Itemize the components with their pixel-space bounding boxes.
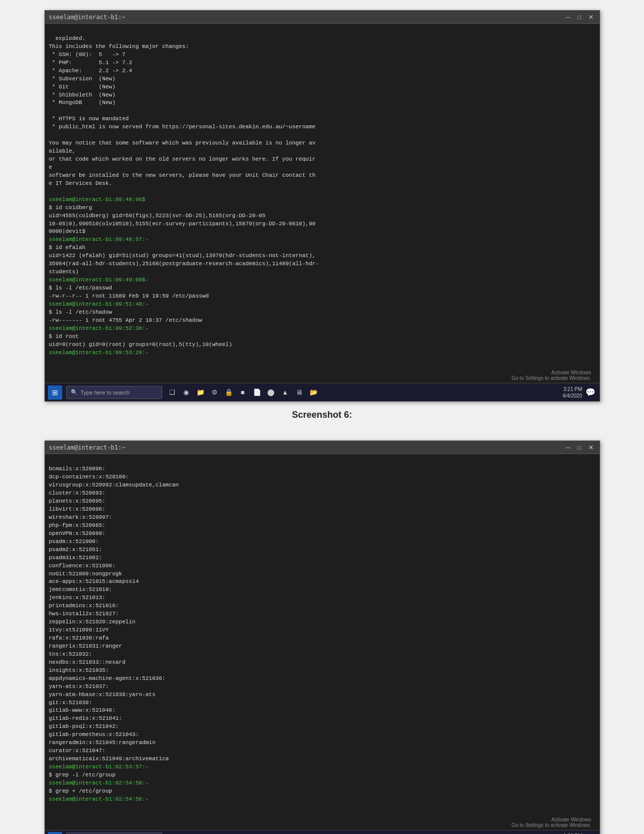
- terminal-title-6: sseelam@interact-b1:~: [49, 14, 126, 21]
- taskbar-7: ⊞ 🔍 Type here to search ❑ ◉ 📁 ⚙ 🔒 ■ 📄: [45, 830, 600, 834]
- taskbar-right-6: 3:21 PM 4/4/2020 💬: [563, 386, 597, 399]
- monitor-icon-6[interactable]: 🖥: [293, 386, 306, 399]
- maximize-button-6[interactable]: □: [575, 14, 583, 21]
- search-icon-6: 🔍: [71, 389, 78, 396]
- terminal-titlebar-6: sseelam@interact-b1:~ ─ □ ✕: [45, 11, 600, 24]
- taskbar-middle-6: ❑ ◉ 📁 ⚙ 🔒 ■ 📄 ⬤ ▲ 🖥 📂: [166, 386, 320, 399]
- windows-logo-icon-6: ⊞: [52, 388, 58, 397]
- activate-notice-7: Activate Windows Go to Settings to activ…: [45, 815, 600, 830]
- screenshot6-section: sseelam@interact-b1:~ ─ □ ✕ exploded. Th…: [44, 10, 600, 425]
- page-container: sseelam@interact-b1:~ ─ □ ✕ exploded. Th…: [0, 0, 644, 834]
- folder-icon-6[interactable]: 📂: [308, 386, 320, 399]
- terminal-window-7: sseelam@interact-b1:~ ─ □ ✕ bcmails:x:52…: [44, 440, 600, 834]
- windows-start-button-6[interactable]: ⊞: [48, 385, 62, 400]
- settings-icon-6[interactable]: ⚙: [209, 386, 221, 399]
- terminal-icon-6[interactable]: ■: [237, 386, 249, 399]
- screenshot7-section: sseelam@interact-b1:~ ─ □ ✕ bcmails:x:52…: [44, 440, 600, 834]
- maximize-button-7[interactable]: □: [575, 444, 583, 451]
- edge-icon-6[interactable]: ◉: [180, 386, 192, 399]
- docs-icon-6[interactable]: 📄: [251, 386, 263, 399]
- titlebar-controls-7: ─ □ ✕: [564, 444, 596, 451]
- terminal-body-7[interactable]: bcmails:x:520096: dcp-containers:x:52010…: [45, 454, 600, 814]
- chrome-icon-6[interactable]: ⬤: [265, 386, 277, 399]
- terminal-title-7: sseelam@interact-b1:~: [49, 444, 126, 451]
- app-icon-6[interactable]: ▲: [279, 386, 291, 399]
- activate-notice-6: Activate Windows Go to Settings to activ…: [45, 368, 600, 383]
- terminal-body-6[interactable]: exploded. This includes the following ma…: [45, 24, 600, 368]
- titlebar-controls-6: ─ □ ✕: [564, 14, 596, 21]
- minimize-button-7[interactable]: ─: [564, 444, 573, 451]
- task-view-icon-6[interactable]: ❑: [166, 386, 178, 399]
- close-button-6[interactable]: ✕: [586, 14, 596, 21]
- activate-text-7: Activate Windows Go to Settings to activ…: [45, 817, 591, 828]
- activate-text-6: Activate Windows Go to Settings to activ…: [45, 370, 591, 381]
- taskbar-clock-6: 3:21 PM 4/4/2020: [563, 386, 582, 399]
- minimize-button-6[interactable]: ─: [564, 14, 573, 21]
- file-explorer-icon-6[interactable]: 📁: [194, 386, 207, 399]
- notification-icon-6[interactable]: 💬: [584, 386, 597, 399]
- windows-start-button-7[interactable]: ⊞: [48, 832, 62, 834]
- lock-icon-6[interactable]: 🔒: [223, 386, 235, 399]
- taskbar-search-box-6[interactable]: 🔍 Type here to search: [66, 386, 162, 399]
- terminal-titlebar-7: sseelam@interact-b1:~ ─ □ ✕: [45, 441, 600, 454]
- taskbar-6: ⊞ 🔍 Type here to search ❑ ◉ 📁 ⚙ 🔒 ■ 📄: [45, 383, 600, 401]
- taskbar-search-text-6: Type here to search: [81, 389, 130, 396]
- screenshot6-label: Screenshot 6:: [44, 410, 600, 420]
- terminal-window-6: sseelam@interact-b1:~ ─ □ ✕ exploded. Th…: [44, 10, 600, 402]
- close-button-7[interactable]: ✕: [586, 444, 596, 451]
